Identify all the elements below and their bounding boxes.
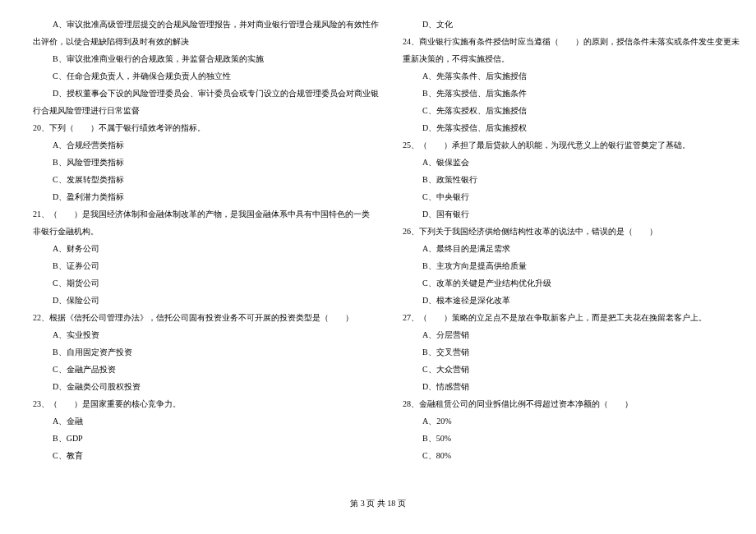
- q24-stem-line2: 重新决策的，不得实施授信。: [403, 51, 740, 67]
- q26-option-d: D、根本途径是深化改革: [403, 292, 740, 308]
- q21-option-a: A、财务公司: [33, 241, 378, 256]
- q25-stem: 25、（ ）承担了最后贷款人的职能，为现代意义上的银行监管奠定了基础。: [403, 137, 740, 153]
- q28-option-c: C、80%: [403, 448, 740, 463]
- q23-option-a: A、金融: [33, 413, 378, 429]
- right-column: D、文化 24、商业银行实施有条件授信时应当遵循（ ）的原则，授信条件未落实或条…: [403, 16, 740, 489]
- q21-option-b: B、证券公司: [33, 258, 378, 274]
- left-column: A、审议批准高级管理层提交的合规风险管理报告，并对商业银行管理合规风险的有效性作…: [33, 16, 378, 489]
- q19-option-c: C、任命合规负责人，并确保合规负责人的独立性: [33, 68, 378, 84]
- q25-option-b: B、政策性银行: [403, 172, 740, 187]
- q20-option-d: D、盈利潜力类指标: [33, 189, 378, 205]
- q28-option-b: B、50%: [403, 430, 740, 446]
- q24-option-b: B、先落实授信、后实施条件: [403, 85, 740, 101]
- q28-stem: 28、金融租赁公司的同业拆借比例不得超过资本净额的（ ）: [403, 396, 740, 412]
- q23-option-c: C、教育: [33, 448, 378, 463]
- q19-option-b: B、审议批准商业银行的合规政策，并监督合规政策的实施: [33, 51, 378, 67]
- q25-option-d: D、国有银行: [403, 206, 740, 222]
- q27-option-c: C、大众营销: [403, 361, 740, 377]
- q26-stem: 26、下列关于我国经济供给侧结构性改革的说法中，错误的是（ ）: [403, 223, 740, 239]
- q26-option-b: B、主攻方向是提高供给质量: [403, 258, 740, 274]
- q19-option-d-line1: D、授权董事会下设的风险管理委员会、审计委员会或专门设立的合规管理委员会对商业银: [33, 85, 378, 101]
- q24-option-a: A、先落实条件、后实施授信: [403, 68, 740, 84]
- q21-stem-line2: 非银行金融机构。: [33, 223, 378, 239]
- q25-option-a: A、银保监会: [403, 154, 740, 170]
- q24-option-c: C、先落实授权、后实施授信: [403, 103, 740, 118]
- q20-option-a: A、合规经营类指标: [33, 137, 378, 153]
- q21-option-d: D、保险公司: [33, 292, 378, 308]
- q22-option-a: A、实业投资: [33, 327, 378, 343]
- q19-option-a-line1: A、审议批准高级管理层提交的合规风险管理报告，并对商业银行管理合规风险的有效性作: [33, 16, 378, 32]
- q20-option-c: C、发展转型类指标: [33, 172, 378, 187]
- q28-option-a: A、20%: [403, 413, 740, 429]
- q21-option-c: C、期货公司: [33, 275, 378, 291]
- q22-option-b: B、自用固定资产投资: [33, 344, 378, 360]
- q24-option-d: D、先落实授信、后实施授权: [403, 120, 740, 136]
- q22-option-d: D、金融类公司股权投资: [33, 379, 378, 394]
- q22-stem: 22、根据《信托公司管理办法》，信托公司固有投资业务不可开展的投资类型是（ ）: [33, 310, 378, 325]
- q22-option-c: C、金融产品投资: [33, 361, 378, 377]
- q27-stem: 27、（ ）策略的立足点不是放在争取新客户上，而是把工夫花在挽留老客户上。: [403, 310, 740, 325]
- q24-stem-line1: 24、商业银行实施有条件授信时应当遵循（ ）的原则，授信条件未落实或条件发生变更…: [403, 34, 740, 49]
- q23-option-b: B、GDP: [33, 430, 378, 446]
- page-footer: 第 3 页 共 18 页: [33, 495, 723, 511]
- q20-stem: 20、下列（ ）不属于银行绩效考评的指标。: [33, 120, 378, 136]
- q26-option-a: A、最终目的是满足需求: [403, 241, 740, 256]
- q25-option-c: C、中央银行: [403, 189, 740, 205]
- q23-stem: 23、（ ）是国家重要的核心竞争力。: [33, 396, 378, 412]
- q19-option-d-line2: 行合规风险管理进行日常监督: [33, 103, 378, 118]
- q27-option-d: D、情感营销: [403, 379, 740, 394]
- q20-option-b: B、风险管理类指标: [33, 154, 378, 170]
- q27-option-a: A、分层营销: [403, 327, 740, 343]
- q27-option-b: B、交叉营销: [403, 344, 740, 360]
- q23-option-d: D、文化: [403, 16, 740, 32]
- q21-stem-line1: 21、（ ）是我国经济体制和金融体制改革的产物，是我国金融体系中具有中国特色的一…: [33, 206, 378, 222]
- q19-option-a-line2: 出评价，以使合规缺陷得到及时有效的解决: [33, 34, 378, 49]
- q26-option-c: C、改革的关键是产业结构优化升级: [403, 275, 740, 291]
- page-container: A、审议批准高级管理层提交的合规风险管理报告，并对商业银行管理合规风险的有效性作…: [33, 16, 723, 489]
